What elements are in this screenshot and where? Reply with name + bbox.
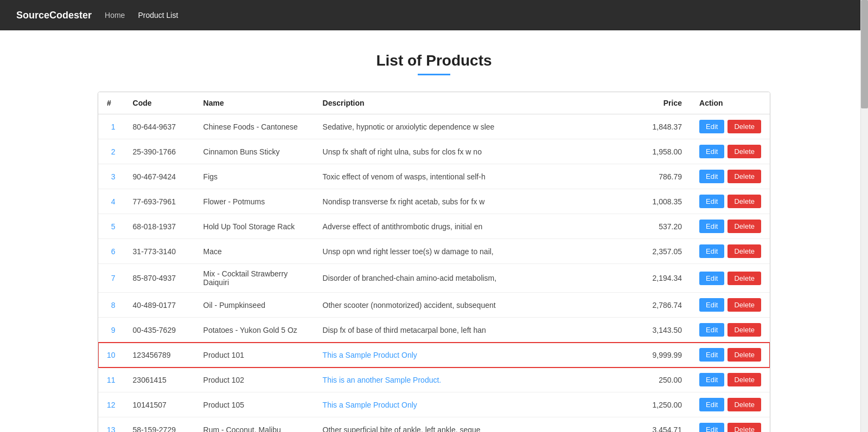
cell-name: Rum - Coconut, Malibu	[195, 417, 314, 433]
cell-num: 1	[98, 114, 124, 139]
edit-button[interactable]: Edit	[699, 323, 724, 337]
edit-button[interactable]: Edit	[699, 348, 724, 362]
cell-code: 23061415	[124, 367, 195, 392]
cell-code: 25-390-1766	[124, 139, 195, 164]
delete-button[interactable]: Delete	[727, 244, 761, 258]
navbar-brand[interactable]: SourceCodester	[16, 10, 92, 21]
product-table-container: # Code Name Description Price Action 180…	[98, 92, 770, 432]
col-header-num: #	[98, 92, 124, 114]
cell-action: EditDelete	[691, 164, 770, 189]
edit-button[interactable]: Edit	[699, 398, 724, 411]
cell-desc: This a Sample Product Only	[314, 343, 636, 367]
cell-desc: Nondisp transverse fx right acetab, subs…	[314, 189, 636, 214]
col-header-code: Code	[124, 92, 195, 114]
cell-name: Product 101	[195, 343, 314, 367]
delete-button[interactable]: Delete	[727, 220, 761, 233]
cell-code: 85-870-4937	[124, 264, 195, 293]
cell-code: 00-435-7629	[124, 318, 195, 343]
cell-num: 2	[98, 139, 124, 164]
navbar-link-product-list[interactable]: Product List	[138, 11, 178, 20]
cell-name: Mace	[195, 239, 314, 264]
edit-button[interactable]: Edit	[699, 244, 724, 258]
cell-name: Mix - Cocktail Strawberry Daiquiri	[195, 264, 314, 293]
cell-desc: This a Sample Product Only	[314, 392, 636, 417]
cell-action: EditDelete	[691, 139, 770, 164]
cell-name: Figs	[195, 164, 314, 189]
table-row: 840-489-0177Oil - PumpkinseedOther scoot…	[98, 293, 770, 318]
cell-price: 1,958.00	[636, 139, 691, 164]
cell-action: EditDelete	[691, 214, 770, 239]
cell-price: 3,454.71	[636, 417, 691, 433]
delete-button[interactable]: Delete	[727, 120, 761, 133]
scrollbar-track[interactable]	[860, 0, 868, 432]
cell-code: 40-489-0177	[124, 293, 195, 318]
cell-action: EditDelete	[691, 264, 770, 293]
table-row: 900-435-7629Potatoes - Yukon Gold 5 OzDi…	[98, 318, 770, 343]
edit-button[interactable]: Edit	[699, 195, 724, 208]
main-content: List of Products # Code Name Description…	[54, 30, 814, 432]
edit-button[interactable]: Edit	[699, 220, 724, 233]
cell-price: 2,786.74	[636, 293, 691, 318]
col-header-name: Name	[195, 92, 314, 114]
table-row: 180-644-9637Chinese Foods - CantoneseSed…	[98, 114, 770, 139]
cell-desc: Disp fx of base of third metacarpal bone…	[314, 318, 636, 343]
cell-desc: Other superficial bite of ankle, left an…	[314, 417, 636, 433]
table-row: 225-390-1766Cinnamon Buns StickyUnsp fx …	[98, 139, 770, 164]
delete-button[interactable]: Delete	[727, 398, 761, 411]
delete-button[interactable]: Delete	[727, 298, 761, 312]
cell-num: 3	[98, 164, 124, 189]
edit-button[interactable]: Edit	[699, 120, 724, 133]
cell-code: 68-018-1937	[124, 214, 195, 239]
delete-button[interactable]: Delete	[727, 348, 761, 362]
cell-action: EditDelete	[691, 189, 770, 214]
delete-button[interactable]: Delete	[727, 170, 761, 183]
edit-button[interactable]: Edit	[699, 373, 724, 386]
delete-button[interactable]: Delete	[727, 145, 761, 158]
edit-button[interactable]: Edit	[699, 170, 724, 183]
table-row: 785-870-4937Mix - Cocktail Strawberry Da…	[98, 264, 770, 293]
cell-price: 786.79	[636, 164, 691, 189]
cell-action: EditDelete	[691, 367, 770, 392]
edit-button[interactable]: Edit	[699, 145, 724, 158]
scrollbar-thumb[interactable]	[861, 0, 868, 108]
cell-code: 90-467-9424	[124, 164, 195, 189]
cell-num: 4	[98, 189, 124, 214]
delete-button[interactable]: Delete	[727, 272, 761, 285]
delete-button[interactable]: Delete	[727, 373, 761, 386]
cell-name: Product 102	[195, 367, 314, 392]
edit-button[interactable]: Edit	[699, 298, 724, 312]
cell-price: 537.20	[636, 214, 691, 239]
cell-code: 58-159-2729	[124, 417, 195, 433]
delete-button[interactable]: Delete	[727, 323, 761, 337]
cell-desc: Sedative, hypnotic or anxiolytic depende…	[314, 114, 636, 139]
navbar-link-home[interactable]: Home	[105, 11, 125, 20]
cell-code: 123456789	[124, 343, 195, 367]
navbar: SourceCodester Home Product List	[0, 0, 868, 30]
cell-action: EditDelete	[691, 392, 770, 417]
cell-num: 6	[98, 239, 124, 264]
cell-desc: Adverse effect of antithrombotic drugs, …	[314, 214, 636, 239]
cell-num: 9	[98, 318, 124, 343]
delete-button[interactable]: Delete	[727, 423, 761, 432]
col-header-desc: Description	[314, 92, 636, 114]
table-row: 477-693-7961Flower - PotmumsNondisp tran…	[98, 189, 770, 214]
cell-code: 77-693-7961	[124, 189, 195, 214]
cell-num: 8	[98, 293, 124, 318]
cell-code: 31-773-3140	[124, 239, 195, 264]
cell-desc: Unsp opn wnd right lesser toe(s) w damag…	[314, 239, 636, 264]
cell-price: 3,143.50	[636, 318, 691, 343]
page-title: List of Products	[98, 52, 770, 69]
cell-name: Cinnamon Buns Sticky	[195, 139, 314, 164]
delete-button[interactable]: Delete	[727, 195, 761, 208]
cell-action: EditDelete	[691, 343, 770, 367]
cell-num: 7	[98, 264, 124, 293]
cell-action: EditDelete	[691, 239, 770, 264]
edit-button[interactable]: Edit	[699, 272, 724, 285]
cell-name: Hold Up Tool Storage Rack	[195, 214, 314, 239]
edit-button[interactable]: Edit	[699, 423, 724, 432]
table-row: 10123456789Product 101This a Sample Prod…	[98, 343, 770, 367]
product-table: # Code Name Description Price Action 180…	[98, 92, 770, 432]
cell-code: 80-644-9637	[124, 114, 195, 139]
table-body: 180-644-9637Chinese Foods - CantoneseSed…	[98, 114, 770, 433]
cell-price: 2,194.34	[636, 264, 691, 293]
